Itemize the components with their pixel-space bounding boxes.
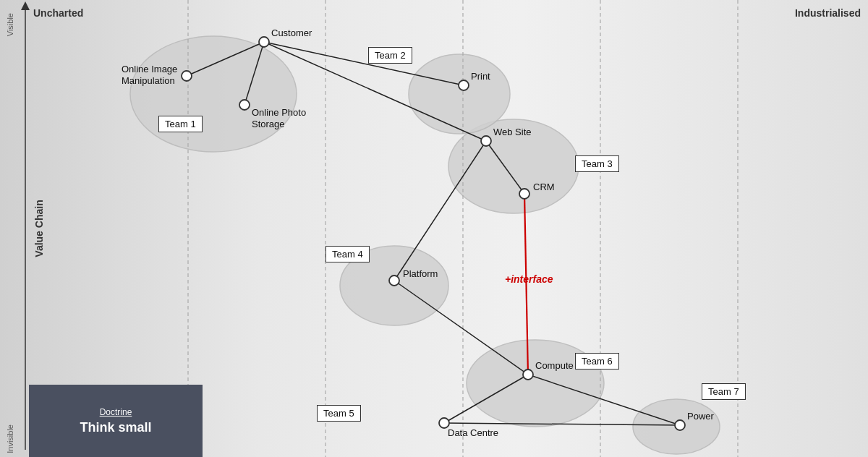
- main-canvas: CustomerOnline ImageManipulationOnline P…: [0, 0, 868, 457]
- svg-point-33: [481, 136, 491, 146]
- interface-label: +interface: [505, 273, 553, 285]
- svg-text:Power: Power: [687, 411, 715, 422]
- svg-text:Customer: Customer: [271, 27, 312, 38]
- svg-line-17: [394, 141, 486, 281]
- svg-point-35: [519, 189, 529, 199]
- svg-point-39: [523, 370, 533, 380]
- svg-text:CRM: CRM: [533, 181, 555, 192]
- team4-box: Team 4: [326, 246, 370, 262]
- svg-point-41: [439, 418, 449, 428]
- team7-box: Team 7: [702, 383, 746, 400]
- svg-text:Storage: Storage: [252, 119, 285, 129]
- doctrine-title: Doctrine: [100, 407, 132, 417]
- svg-point-31: [459, 80, 469, 90]
- value-chain-label: Value Chain: [33, 200, 45, 257]
- team2-box: Team 2: [368, 47, 412, 64]
- svg-point-25: [182, 71, 192, 81]
- svg-point-28: [239, 100, 250, 110]
- svg-point-23: [259, 37, 269, 47]
- team1-box: Team 1: [158, 116, 203, 132]
- doctrine-text: Think small: [80, 420, 151, 435]
- svg-text:Platform: Platform: [403, 268, 438, 279]
- svg-text:Data Centre: Data Centre: [448, 427, 498, 438]
- team3-box: Team 3: [575, 155, 619, 172]
- svg-line-19: [394, 281, 528, 375]
- team6-box: Team 6: [575, 353, 619, 370]
- svg-text:Online Image: Online Image: [122, 64, 177, 74]
- visible-label: Visible: [6, 13, 14, 36]
- industrialised-label: Industrialised: [795, 7, 861, 19]
- svg-text:Manipulation: Manipulation: [122, 75, 175, 86]
- svg-text:Compute: Compute: [535, 360, 574, 371]
- invisible-label: Invisible: [6, 424, 14, 453]
- svg-point-43: [675, 420, 685, 430]
- uncharted-label: Uncharted: [33, 7, 83, 19]
- svg-text:Print: Print: [471, 71, 490, 82]
- svg-point-5: [130, 36, 297, 152]
- team5-box: Team 5: [317, 405, 361, 422]
- svg-point-37: [389, 276, 399, 286]
- svg-text:Online Photo: Online Photo: [252, 107, 306, 118]
- svg-point-4: [409, 54, 510, 134]
- svg-text:Web Site: Web Site: [493, 127, 532, 137]
- doctrine-box: Doctrine Think small: [29, 385, 203, 457]
